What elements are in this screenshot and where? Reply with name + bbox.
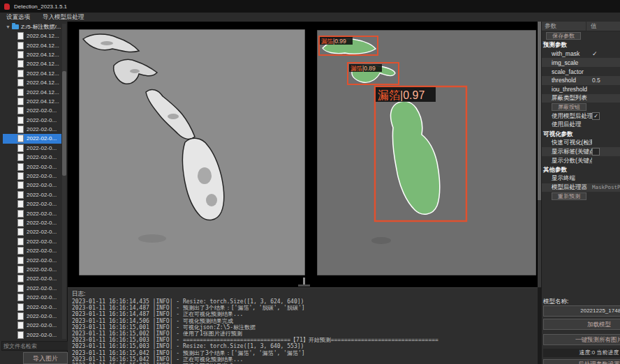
- search-input[interactable]: [1, 341, 68, 351]
- param-name: 屏蔽类型列表: [542, 94, 592, 103]
- tree-item[interactable]: 2022-02-0...: [0, 331, 67, 340]
- file-icon: [17, 42, 24, 50]
- progress-status: 速度:0 当前进度: [543, 349, 620, 357]
- detection-label: 漏箔: [378, 89, 400, 101]
- tree-item[interactable]: 2022.04.12...: [0, 78, 67, 87]
- file-tree: ▼ Z:/5-标注数据/... 2022.04.12...2022.04.12.…: [0, 22, 67, 340]
- tree-item[interactable]: 2022-02-0...: [0, 218, 67, 227]
- param-row[interactable]: 使用模型后处理✓: [542, 112, 620, 121]
- param-button-row: 重新预测: [542, 192, 620, 201]
- tree-item[interactable]: 2022-02-0...: [3, 134, 61, 143]
- log-line: 2023-01-11 16:16:15,042 |INFO| - 预测出了3个结…: [72, 350, 536, 356]
- tree-item[interactable]: 2022.04.12...: [0, 59, 67, 68]
- tree-item[interactable]: 2022-02-0...: [0, 321, 67, 330]
- tree-item[interactable]: 2022-02-0...: [0, 144, 67, 153]
- file-icon: [17, 210, 24, 218]
- log-panel: 日志: 2023-01-11 16:16:14,435 |INFO| - Res…: [68, 287, 538, 364]
- svg-text:漏箔|0.89: 漏箔|0.89: [350, 65, 376, 72]
- tree-item[interactable]: 2022.04.12...: [0, 87, 67, 96]
- tree-item[interactable]: 2022.04.12...: [0, 97, 67, 106]
- file-icon: [17, 32, 24, 40]
- param-row[interactable]: scale_factor: [542, 67, 620, 76]
- file-icon: [17, 331, 24, 339]
- param-value-cell: [592, 148, 620, 156]
- caret-down-icon[interactable]: ▼: [6, 24, 10, 29]
- tree-item[interactable]: 2022.04.12...: [0, 31, 67, 40]
- model-name-field[interactable]: 20221225_174813: [543, 305, 620, 317]
- param-row[interactable]: 屏蔽类型列表: [542, 94, 620, 103]
- param-row[interactable]: img_scale: [542, 58, 620, 67]
- tree-item[interactable]: 2022-02-0...: [0, 199, 67, 208]
- tree-item[interactable]: 2022-02-0...: [0, 125, 67, 134]
- tree-item[interactable]: 2022-02-0...: [0, 227, 67, 236]
- tree-item[interactable]: 2022.04.12...: [0, 40, 67, 50]
- tree-item[interactable]: 2022-02-0...: [0, 208, 67, 218]
- load-model-button[interactable]: 加载模型: [543, 319, 620, 330]
- param-button[interactable]: 保存参数: [546, 32, 581, 40]
- param-row[interactable]: threshold0.5: [542, 76, 620, 85]
- splitter-handle-base[interactable]: [298, 285, 310, 287]
- param-section-header: 预测参数: [542, 40, 620, 50]
- tree-item[interactable]: 2022-02-0...: [0, 265, 67, 274]
- tree-item[interactable]: 2022.04.12...: [0, 50, 67, 59]
- tree-item[interactable]: 2022-02-0...: [0, 255, 67, 264]
- tree-root-node[interactable]: ▼ Z:/5-标注数据/...: [0, 22, 67, 31]
- param-row[interactable]: 快速可视化(检测): [542, 139, 620, 148]
- tree-item[interactable]: 2022-02-0...: [0, 153, 67, 162]
- param-button[interactable]: 重新预测: [552, 192, 586, 200]
- tree-item-label: 2022-02-0...: [27, 107, 57, 114]
- params-panel: 参数 值 保存参数预测参数with_mask✓img_scalescale_fa…: [542, 22, 620, 364]
- param-row[interactable]: 使用后处理: [542, 121, 620, 130]
- tree-item[interactable]: 2022-02-0...: [0, 237, 67, 246]
- tree-item[interactable]: 2022-02-0...: [0, 190, 67, 199]
- prediction-image[interactable]: 漏箔|0.99 漏箔|0.89 漏箔|0.97: [317, 30, 536, 275]
- tree-item[interactable]: 2022-02-0...: [0, 181, 67, 190]
- file-icon: [17, 51, 24, 59]
- file-icon: [17, 219, 24, 227]
- tree-item[interactable]: 2022-02-0...: [0, 302, 67, 311]
- tree-scrollbar-thumb[interactable]: [62, 71, 66, 176]
- tree-item[interactable]: 2022-02-0...: [0, 106, 67, 115]
- tree-item[interactable]: 2022-02-0...: [0, 284, 67, 293]
- tree-item[interactable]: 2022-02-0...: [0, 162, 67, 171]
- tree-item-label: 2022-02-0...: [27, 304, 57, 310]
- file-icon: [17, 135, 24, 142]
- file-icon: [17, 247, 24, 255]
- tree-item-label: 2022-02-0...: [27, 275, 57, 282]
- params-scrollbar-thumb[interactable]: [538, 22, 541, 200]
- param-row[interactable]: with_mask✓: [542, 50, 620, 59]
- checkbox-unchecked[interactable]: [592, 148, 600, 156]
- tree-item[interactable]: 2022-02-0...: [0, 274, 67, 283]
- param-row[interactable]: 显示终端: [542, 174, 620, 183]
- tree-item[interactable]: 2022.04.12...: [0, 69, 67, 78]
- file-icon: [17, 116, 24, 124]
- tree-item[interactable]: 2022-02-0...: [0, 116, 67, 125]
- param-name: iou_threshold: [542, 86, 592, 93]
- original-image[interactable]: [79, 29, 305, 275]
- param-value-cell: ✓: [592, 50, 620, 57]
- param-row[interactable]: 显示分数(关键点): [542, 156, 620, 165]
- splitter-handle[interactable]: [303, 278, 305, 285]
- tree-item[interactable]: 2022-02-0...: [0, 172, 67, 181]
- tree-item[interactable]: 2022-02-0...: [0, 312, 67, 321]
- menu-item-settings[interactable]: 设置选项: [0, 13, 36, 22]
- postprocess-settings-button[interactable]: 后处理参数设置: [543, 359, 620, 364]
- tree-item-label: 2022-02-0...: [27, 211, 57, 217]
- file-icon: [17, 126, 24, 133]
- tree-item-label: 2022-02-0...: [27, 126, 57, 132]
- menu-item-import-postprocess[interactable]: 导入模型后处理: [36, 13, 91, 22]
- predict-all-button[interactable]: 一键预测所有图片: [543, 334, 620, 345]
- param-row[interactable]: iou_threshold: [542, 85, 620, 94]
- log-line: 2023-01-11 16:16:14,487 |INFO| - 正在可视化预测…: [72, 311, 536, 317]
- params-scrollbar[interactable]: [538, 22, 541, 287]
- import-images-button[interactable]: 导入图片: [23, 352, 68, 364]
- param-row[interactable]: 显示标签(关键点): [542, 147, 620, 156]
- tree-item[interactable]: 2022-02-0...: [0, 246, 67, 255]
- file-icon: [17, 257, 24, 264]
- tree-item[interactable]: 2022-02-0...: [0, 293, 67, 302]
- param-row[interactable]: 模型后处理器MaskPostPro: [542, 183, 620, 192]
- checkbox-checked[interactable]: ✓: [592, 112, 600, 120]
- param-button[interactable]: 屏蔽按钮: [552, 103, 586, 111]
- tree-scrollbar[interactable]: [62, 24, 66, 339]
- tree-item-label: 2022-02-0...: [27, 313, 57, 319]
